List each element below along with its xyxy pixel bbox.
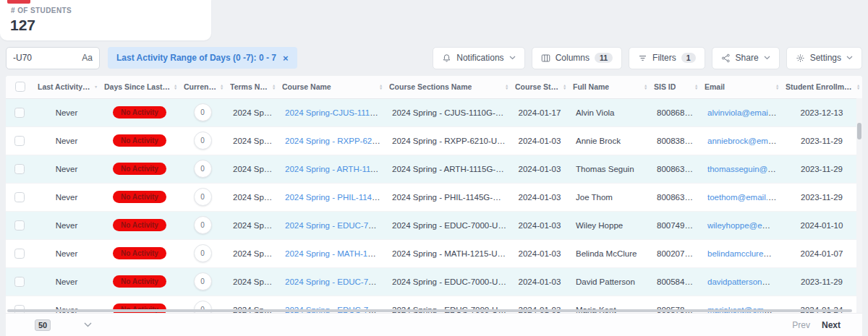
table-row[interactable]: NeverNo Activity02024 Spring2024 Spring … [6, 155, 862, 183]
column-header-label: Student Enrollment Date [786, 82, 854, 91]
row-checkbox[interactable] [14, 220, 25, 231]
sort-icon[interactable]: ▴▾ [695, 84, 697, 90]
column-header-student-enrollment-date[interactable]: Student Enrollment Date▴▾ [781, 76, 862, 98]
no-activity-badge: No Activity [113, 247, 166, 259]
column-header-current-grade[interactable]: Current Grade▴▾ [179, 76, 226, 98]
column-header-terms-name[interactable]: Terms Name▴▾ [226, 76, 278, 98]
row-checkbox[interactable] [14, 136, 25, 146]
column-header-label: Terms Name [230, 82, 270, 91]
case-sensitivity-toggle[interactable]: Aa [82, 53, 93, 63]
column-header-sis-id[interactable]: SIS ID▴▾ [650, 76, 700, 98]
filter-chip[interactable]: Last Activity Range of Days (0 -7): 0 - … [108, 47, 297, 69]
table-row[interactable]: NeverNo Activity02024 Spring2024 Spring … [6, 239, 862, 267]
students-count-value: 127 [10, 17, 35, 34]
course-name-cell: 2024 Spring-CJUS-1110G-M7… [278, 98, 385, 126]
table-row[interactable]: NeverNo Activity02024 Spring2024 Spring … [6, 211, 862, 239]
search-box: Aa [6, 47, 100, 69]
students-count-card: # OF STUDENTS 127 [0, 0, 211, 40]
prev-page-button[interactable]: Prev [792, 320, 810, 330]
column-header-email[interactable]: Email▴▾ [700, 76, 781, 98]
column-header-full-name[interactable]: Full Name▴▾ [569, 76, 650, 98]
email-link[interactable]: toethom@email.comu [707, 193, 781, 202]
course-start-date-cell: 2024-01-03 [511, 183, 569, 211]
table-row[interactable]: NeverNo Activity02024 Spring2024 Spring … [6, 183, 862, 211]
full-name-cell: Thomas Seguin [569, 155, 650, 183]
sis-id-cell: 800749704 [650, 211, 700, 239]
share-label: Share [736, 53, 759, 63]
grade-circle-badge: 0 [194, 160, 212, 178]
row-checkbox[interactable] [14, 108, 25, 118]
course-start-date-cell: 2024-01-03 [511, 126, 569, 155]
table-row[interactable]: NeverNo Activity02024 Spring2024 Spring-… [6, 98, 862, 126]
column-header-label: Full Name [573, 82, 609, 91]
sort-icon[interactable]: ▴▾ [644, 84, 647, 90]
course-start-date-cell: 2024-01-03 [511, 155, 569, 183]
sort-icon[interactable]: ▴▾ [174, 84, 176, 90]
email-link[interactable]: thomasseguin@email.com [707, 165, 781, 173]
course-link[interactable]: 2024 Spring-CJUS-1110G-M7… [285, 108, 385, 117]
current-grade-cell: 0 [179, 267, 226, 296]
email-link[interactable]: belindamcclure@email.com [707, 249, 781, 258]
email-cell: davidpatterson@email.com [700, 267, 781, 296]
course-link[interactable]: 2024 Spring - RXPP-6210-U… [285, 137, 385, 145]
sort-icon[interactable]: ▴▾ [857, 84, 859, 90]
course-link[interactable]: 2024 Spring - EDUC-7000-M… [285, 221, 385, 230]
column-header-label: Current Grade [184, 82, 218, 91]
page-size-select[interactable]: 50 [35, 319, 51, 331]
pagination-bar: 50 Prev Next [6, 313, 862, 336]
horizontal-scrollbar-thumb[interactable] [7, 309, 852, 312]
course-link[interactable]: 2024 Spring - EDUC-7000-M… [285, 277, 385, 286]
email-cell: belindamcclure@email.com [700, 239, 781, 267]
column-header-days-since-last-activity[interactable]: Days Since Last Activity▴▾ [100, 76, 179, 98]
column-header-course-sections-name[interactable]: Course Sections Name▴▾ [385, 76, 511, 98]
row-checkbox[interactable] [14, 192, 25, 202]
full-name-cell: Joe Thom [569, 183, 650, 211]
columns-button[interactable]: Columns11 [532, 47, 622, 69]
notifications-button[interactable]: Notifications [433, 47, 524, 69]
column-header-label: Last Activity Date [38, 82, 92, 91]
next-page-button[interactable]: Next [822, 320, 841, 330]
settings-button[interactable]: Settings [786, 47, 862, 69]
sort-icon[interactable]: ▴▾ [776, 84, 778, 90]
chevron-down-icon[interactable] [84, 322, 92, 327]
sis-id-cell: 800584125 [650, 267, 700, 296]
course-link[interactable]: 2024 Spring - PHIL-1145G-… [285, 193, 385, 202]
email-link[interactable]: davidpatterson@email.com [707, 277, 781, 286]
column-header-course-name[interactable]: Course Name▴▾ [278, 76, 385, 98]
full-name-cell: Belinda McClure [569, 239, 650, 267]
sort-icon[interactable]: ▴▾ [273, 84, 275, 90]
row-checkbox[interactable] [14, 277, 25, 287]
sort-icon[interactable]: ▴▾ [563, 84, 566, 90]
chip-close-icon[interactable]: × [283, 53, 289, 63]
course-start-date-cell: 2024-01-03 [511, 267, 569, 296]
email-link[interactable]: alvinviola@email.com [707, 108, 781, 117]
sort-icon[interactable]: ▴▾ [506, 84, 508, 90]
sort-icon[interactable]: ▴▾ [380, 84, 382, 90]
course-name-cell: 2024 Spring - RXPP-6210-U… [278, 126, 385, 155]
chevron-down-icon [764, 56, 770, 60]
table-row[interactable]: NeverNo Activity02024 Spring2024 Spring … [6, 267, 862, 296]
share-button[interactable]: Share [712, 47, 780, 69]
sort-icon[interactable]: ▾ [95, 85, 97, 88]
email-link[interactable]: anniebrock@email.com [707, 137, 781, 145]
course-link[interactable]: 2024 Spring - MATH-1215-U… [285, 249, 385, 258]
column-header-last-activity-date[interactable]: Last Activity Date▾ [33, 76, 100, 98]
table-row[interactable]: NeverNo Activity02024 Spring2024 Spring … [6, 126, 862, 155]
select-all-checkbox[interactable] [15, 82, 25, 92]
course-start-date-cell: 2024-01-17 [511, 98, 569, 126]
search-input[interactable] [13, 53, 71, 63]
vertical-scrollbar[interactable] [856, 98, 862, 313]
course-start-date-cell: 2024-01-03 [511, 239, 569, 267]
row-checkbox[interactable] [14, 164, 25, 174]
row-checkbox[interactable] [14, 249, 25, 259]
email-link[interactable]: wileyhoppe@email.com [707, 221, 781, 230]
sis-id-cell: 800868991 [650, 98, 700, 126]
vertical-scrollbar-thumb[interactable] [857, 123, 861, 139]
column-header-course-start-date[interactable]: Course Start Date▴▾ [511, 76, 569, 98]
current-grade-cell: 0 [179, 126, 226, 155]
sort-icon[interactable]: ▴▾ [221, 84, 223, 90]
days-since-cell: No Activity [100, 183, 179, 211]
grade-circle-badge: 0 [194, 188, 212, 206]
filters-button[interactable]: Filters1 [629, 47, 705, 69]
course-link[interactable]: 2024 Spring - ARTH-1115G-… [285, 165, 385, 173]
